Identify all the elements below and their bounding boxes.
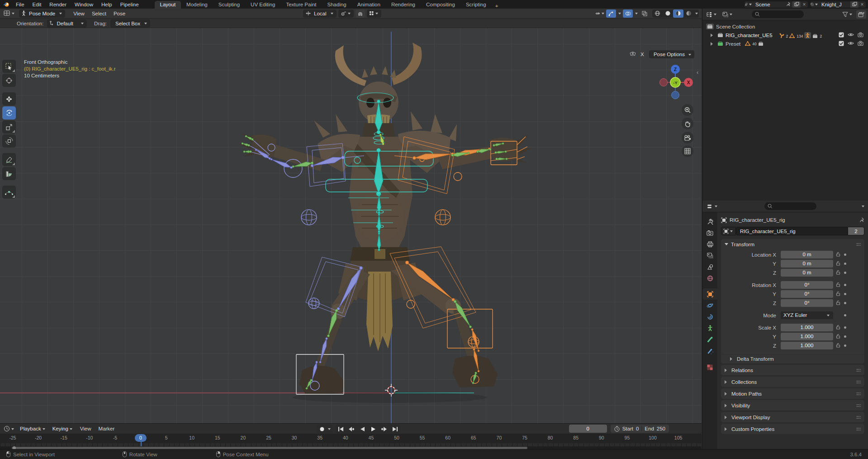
pan-button[interactable] <box>682 118 693 129</box>
navigation-gizmo[interactable]: Z X -Y <box>653 61 698 106</box>
jump-to-end-button[interactable] <box>389 425 400 433</box>
expand-icon[interactable] <box>711 42 715 46</box>
tool-move[interactable] <box>2 92 16 105</box>
tab-bone-constraints[interactable] <box>702 345 717 356</box>
panel-collections[interactable]: Collections <box>721 377 864 387</box>
lock-icon[interactable] <box>836 343 840 349</box>
transform-panel-header[interactable]: Transform <box>721 239 864 249</box>
scale-z-field[interactable]: 1.000 <box>781 342 833 349</box>
animate-dot[interactable] <box>844 302 846 304</box>
tab-object-constraints[interactable] <box>702 311 717 322</box>
lock-icon[interactable] <box>836 252 840 258</box>
tab-object[interactable] <box>702 288 717 300</box>
shading-dropdown[interactable] <box>695 13 698 16</box>
tool-measure[interactable] <box>2 167 16 180</box>
hide-viewport-icon[interactable] <box>848 32 854 38</box>
panel-visibility[interactable]: Visibility <box>721 400 864 411</box>
pin-icon[interactable] <box>784 1 792 8</box>
outliner-filter-button[interactable] <box>840 10 855 19</box>
outliner-editor-type-button[interactable] <box>704 10 719 19</box>
menu-edit[interactable]: Edit <box>28 0 46 9</box>
gizmo-dropdown[interactable] <box>618 13 621 16</box>
shading-rendered-button[interactable] <box>683 10 694 18</box>
add-workspace-button[interactable]: + <box>492 3 502 9</box>
disable-render-icon[interactable] <box>858 32 863 38</box>
unlink-scene-button[interactable] <box>801 1 808 8</box>
character-mesh[interactable] <box>239 43 532 395</box>
zoom-button[interactable] <box>682 104 693 116</box>
menu-help[interactable]: Help <box>97 0 116 9</box>
location-y-field[interactable]: 0 m <box>781 260 833 268</box>
next-keyframe-button[interactable] <box>379 425 389 433</box>
scale-y-field[interactable]: 1.000 <box>781 333 833 340</box>
location-x-field[interactable]: 0 m <box>781 251 833 258</box>
checkbox-icon[interactable] <box>839 32 844 38</box>
gizmo-x-neg-axis[interactable] <box>660 79 668 86</box>
tab-tool[interactable] <box>702 216 717 227</box>
show-overlays-toggle[interactable] <box>623 10 633 18</box>
workspace-tab-shading[interactable]: Shading <box>322 1 352 9</box>
show-gizmo-toggle[interactable] <box>606 10 616 18</box>
tab-render[interactable] <box>702 227 717 239</box>
shading-material-button[interactable] <box>673 10 683 18</box>
menu-view[interactable]: View <box>70 11 88 16</box>
menu-marker[interactable]: Marker <box>95 426 119 431</box>
scene-name[interactable]: Scene <box>753 2 784 7</box>
animate-dot[interactable] <box>844 335 846 338</box>
lock-icon[interactable] <box>836 270 840 276</box>
tool-cursor[interactable] <box>2 74 16 87</box>
timeline-ruler[interactable]: -25-20-15-10-505101520253035404550556065… <box>0 434 702 443</box>
shading-solid-button[interactable] <box>663 10 673 18</box>
play-button[interactable] <box>368 425 379 433</box>
animate-dot[interactable] <box>844 314 846 316</box>
new-view-layer-button[interactable] <box>850 1 859 8</box>
panel-viewport-display[interactable]: Viewport Display <box>721 412 864 422</box>
tab-bone[interactable] <box>702 334 717 345</box>
menu-playback[interactable]: Playback <box>18 425 48 433</box>
properties-search[interactable] <box>764 202 816 210</box>
outliner-search-input[interactable] <box>760 12 801 17</box>
animate-dot[interactable] <box>844 253 846 256</box>
animate-dot[interactable] <box>844 326 846 329</box>
auto-keying-toggle[interactable] <box>318 425 327 433</box>
menu-keying[interactable]: Keying <box>50 425 76 433</box>
scene-icon[interactable] <box>745 1 753 8</box>
menu-pipeline[interactable]: Pipeline <box>116 0 143 9</box>
lock-icon[interactable] <box>836 334 840 339</box>
snap-target-dropdown[interactable] <box>367 10 381 18</box>
outliner-row-rig-character[interactable]: RIG_character_UE5 2 134 2 <box>702 31 868 39</box>
tool-pose-breakdowner[interactable] <box>2 186 16 199</box>
drag-dots-icon[interactable] <box>856 243 861 246</box>
tab-output[interactable] <box>702 239 717 250</box>
view-layer-icon[interactable] <box>811 1 819 8</box>
timeline-editor-type-button[interactable] <box>2 425 17 433</box>
panel-custom-properties[interactable]: Custom Properties <box>721 424 864 434</box>
previous-keyframe-button[interactable] <box>346 425 357 433</box>
outliner-row-preset[interactable]: Preset 40 <box>702 39 868 48</box>
ortho-toggle-button[interactable] <box>682 145 693 157</box>
rotation-mode-dropdown[interactable]: XYZ Euler <box>781 311 833 319</box>
tool-rotate[interactable] <box>2 106 16 120</box>
animate-dot[interactable] <box>844 284 846 286</box>
expand-icon[interactable] <box>711 33 715 37</box>
tool-scale[interactable] <box>2 120 16 134</box>
panel-motion-paths[interactable]: Motion Paths <box>721 388 864 399</box>
camera-view-button[interactable] <box>682 132 693 143</box>
hide-viewport-icon[interactable] <box>848 41 854 47</box>
users-count-badge[interactable]: 2 <box>848 227 864 235</box>
workspace-tab-texture-paint[interactable]: Texture Paint <box>280 1 322 9</box>
view-layer-name[interactable]: Knight_J <box>819 2 850 7</box>
properties-options-dropdown[interactable] <box>862 206 864 209</box>
gizmo-z-neg-axis[interactable] <box>672 91 679 99</box>
disable-render-icon[interactable] <box>858 41 863 47</box>
pin-id-icon[interactable] <box>859 217 864 223</box>
menu-tl-view[interactable]: View <box>76 426 95 431</box>
workspace-tab-compositing[interactable]: Compositing <box>421 1 460 9</box>
scale-x-field[interactable]: 1.000 <box>781 324 833 331</box>
menu-window[interactable]: Window <box>71 0 97 9</box>
lock-icon[interactable] <box>836 300 840 306</box>
drag-dropdown[interactable]: Select Box <box>110 19 150 28</box>
remove-view-layer-button[interactable] <box>859 1 866 8</box>
panel-relations[interactable]: Relations <box>721 365 864 375</box>
animate-dot[interactable] <box>844 263 846 265</box>
